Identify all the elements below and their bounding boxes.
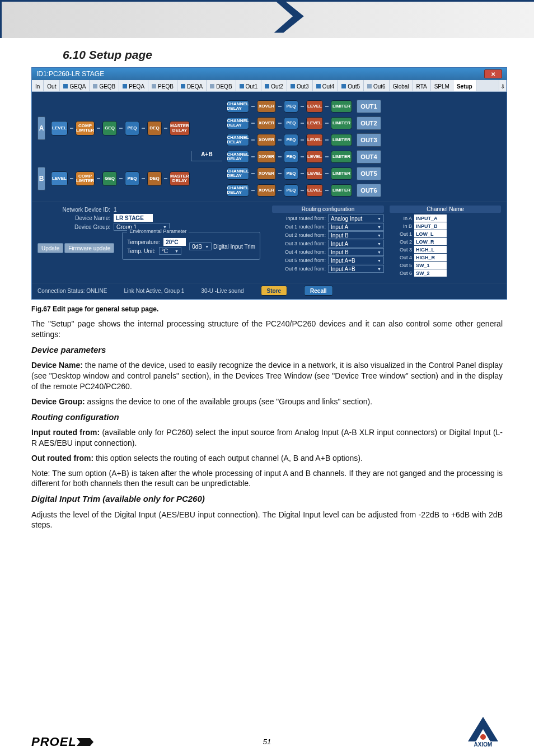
tab-splm[interactable]: SPLM [431,80,453,91]
tab-setup[interactable]: Setup [453,80,476,91]
input-a-label: A [38,116,45,140]
block-master-delay[interactable]: MASTER DELAY [170,121,190,136]
device-name-field[interactable]: LR STAGE [114,214,153,222]
tab-out2[interactable]: Out2 [261,80,287,91]
out4-routed-select[interactable]: Input B [328,248,384,256]
tab-deqb[interactable]: DEQB [207,80,236,91]
input-chain-b: B LEVEL COMP LIMITER GEQ PEQ DEQ MASTER … [38,167,223,190]
current-preset: 30-U -Live sound [201,288,243,294]
ch-name-field[interactable]: SW_2 [414,269,447,277]
settings-panel: Network Device ID:1 Device Name:LR STAGE… [32,202,507,283]
ch-name-field[interactable]: INPUT_B [414,222,447,230]
input-routed-select[interactable]: Analog Input [328,214,384,222]
routing-title: Routing configuration [272,206,384,213]
ch-name-field[interactable]: HIGH_R [414,254,447,261]
tab-global[interactable]: Global [390,80,413,91]
out-row: CHANNEL DELAYXOVERPEQLEVELLIMITEROUT4 [227,150,501,164]
tab-out3[interactable]: Out3 [287,80,313,91]
body-text: The "Setup" page shows the internal proc… [31,319,503,530]
out-row: CHANNEL DELAYXOVERPEQLEVELLIMITEROUT2 [227,116,501,130]
digital-trim-label: Digital Input Trim [213,244,255,250]
block-peq[interactable]: PEQ [125,171,139,186]
input-b-label: B [38,167,45,190]
ch-name-field[interactable]: HIGH_L [414,246,447,253]
tab-rta[interactable]: RTA [413,80,431,91]
tab-overflow[interactable]: ⇩ [499,80,507,91]
tab-peqa[interactable]: PEQA [119,80,148,91]
ch-name-field[interactable]: INPUT_A [414,214,447,222]
digital-trim-select[interactable]: 0dB [189,242,212,250]
store-button[interactable]: Store [261,286,288,296]
out-row: CHANNEL DELAYXOVERPEQLEVELLIMITEROUT1 [227,100,501,113]
window-titlebar: ID1:PC260-LR STAGE ✕ [32,68,507,80]
recall-button[interactable]: Recall [304,286,332,296]
signal-diagram: A LEVEL COMP LIMITER GEQ PEQ DEQ MASTER … [32,92,507,202]
block-comp[interactable]: COMP LIMITER [76,121,95,136]
svg-point-0 [480,734,486,740]
window-title: ID1:PC260-LR STAGE [36,70,104,78]
svg-text:AXIOM: AXIOM [474,741,493,747]
out-row: CHANNEL DELAYXOVERPEQLEVELLIMITEROUT3 [227,133,501,147]
block-master-delay[interactable]: MASTER DELAY [170,171,190,186]
out5-routed-select[interactable]: Input A+B [328,256,384,264]
tab-peqb[interactable]: PEQB [148,80,177,91]
out6-routed-select[interactable]: Input A+B [328,265,384,273]
tab-geqb[interactable]: GEQB [90,80,119,91]
page-footer: PROEL AXIOM [0,716,534,749]
tab-deqa[interactable]: DEQA [177,80,207,91]
figure-caption: Fig.67 Edit page for general setup page. [31,305,534,313]
status-bar: Connection Status: ONLINE Link Not Activ… [32,283,507,299]
block-level[interactable]: LEVEL [51,171,68,186]
tab-out4[interactable]: Out4 [313,80,339,91]
page-header [0,0,534,38]
tab-out1[interactable]: Out1 [236,80,262,91]
block-deq[interactable]: DEQ [147,121,162,136]
block-peq[interactable]: PEQ [125,121,139,136]
heading-device-parameters: Device parameters [31,344,503,356]
tab-geqa[interactable]: GEQA [60,80,90,91]
tab-bar: In Out GEQA GEQB PEQA PEQB DEQA DEQB Out… [32,80,507,92]
network-id-label: Network Device ID: [38,207,110,213]
temp-unit-select[interactable]: °C [159,247,181,255]
link-status: Link Not Active, Group 1 [124,288,185,294]
connection-status: Connection Status: ONLINE [38,288,107,294]
axiom-logo: AXIOM [463,716,503,749]
network-id-value: 1 [114,207,117,213]
update-button[interactable]: Update [38,243,63,253]
tab-out5[interactable]: Out5 [338,80,364,91]
output-chains: CHANNEL DELAYXOVERPEQLEVELLIMITEROUT1 CH… [227,100,501,197]
out2-routed-select[interactable]: Input B [328,231,384,239]
app-window: ID1:PC260-LR STAGE ✕ In Out GEQA GEQB PE… [31,67,507,300]
ch-name-field[interactable]: LOW_R [414,238,447,245]
ch-name-field[interactable]: LOW_L [414,230,447,237]
out-row: CHANNEL DELAYXOVERPEQLEVELLIMITEROUT6 [227,184,501,197]
block-comp[interactable]: COMP LIMITER [76,171,95,186]
ch-name-field[interactable]: SW_1 [414,262,447,269]
device-name-label: Device Name: [38,215,110,221]
temperature-field[interactable]: 20°C [163,238,186,246]
chevron-right-icon [271,0,310,38]
device-group-label: Device Group: [38,224,110,230]
out3-routed-select[interactable]: Input A [328,240,384,248]
block-geq[interactable]: GEQ [102,121,117,136]
tab-in[interactable]: In [32,80,44,91]
heading-routing: Routing configuration [31,412,503,423]
sum-ab-label: A+B [191,151,222,161]
channel-name-title: Channel Name [390,206,501,213]
firmware-update-button[interactable]: Firmware update [64,243,114,253]
close-icon[interactable]: ✕ [484,69,502,78]
heading-digital-trim: Digital Input Trim (available only for P… [31,493,503,505]
tab-out6[interactable]: Out6 [364,80,390,91]
proel-logo: PROEL [31,735,93,749]
tab-out[interactable]: Out [44,80,60,91]
input-chain-a: A LEVEL COMP LIMITER GEQ PEQ DEQ MASTER … [38,116,223,140]
block-geq[interactable]: GEQ [102,171,117,186]
out-row: CHANNEL DELAYXOVERPEQLEVELLIMITEROUT5 [227,167,501,180]
out1-routed-select[interactable]: Input A [328,223,384,231]
environmental-panel: Environmental Parameter Temperature:20°C… [122,232,260,260]
block-deq[interactable]: DEQ [147,171,162,186]
block-level[interactable]: LEVEL [51,121,68,136]
section-title: 6.10 Setup page [63,48,534,62]
